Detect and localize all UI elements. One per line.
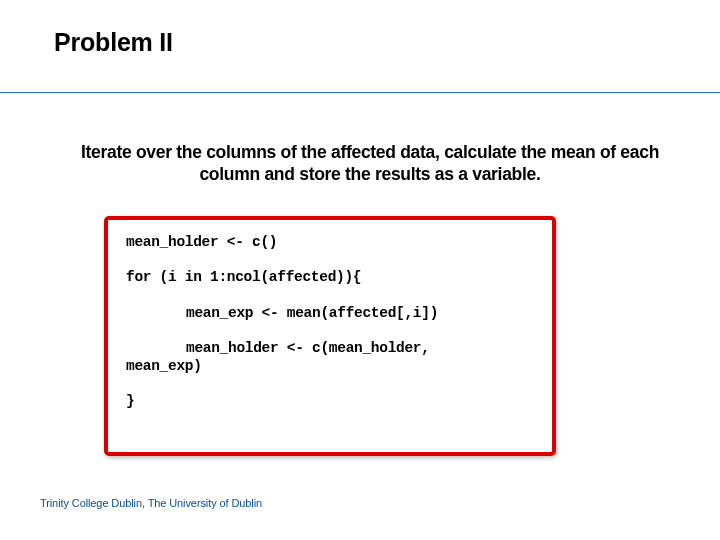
code-line: mean_exp <- mean(affected[,i]) — [126, 305, 534, 322]
slide-title: Problem II — [54, 28, 720, 57]
code-fragment: mean_holder <- c(mean_holder, — [126, 340, 430, 357]
code-line: } — [126, 393, 534, 410]
code-fragment: mean_exp) — [126, 358, 202, 374]
instruction-text: Iterate over the columns of the affected… — [70, 142, 670, 186]
title-area: Problem II — [0, 0, 720, 57]
footer-text: Trinity College Dublin, The University o… — [40, 497, 262, 509]
code-line: mean_holder <- c(mean_holder,mean_exp) — [126, 340, 534, 375]
divider — [0, 92, 720, 93]
slide: Problem II Iterate over the columns of t… — [0, 0, 720, 540]
code-line: mean_holder <- c() — [126, 234, 534, 251]
code-line: for (i in 1:ncol(affected)){ — [126, 269, 534, 286]
code-block: mean_holder <- c() for (i in 1:ncol(affe… — [104, 216, 556, 456]
